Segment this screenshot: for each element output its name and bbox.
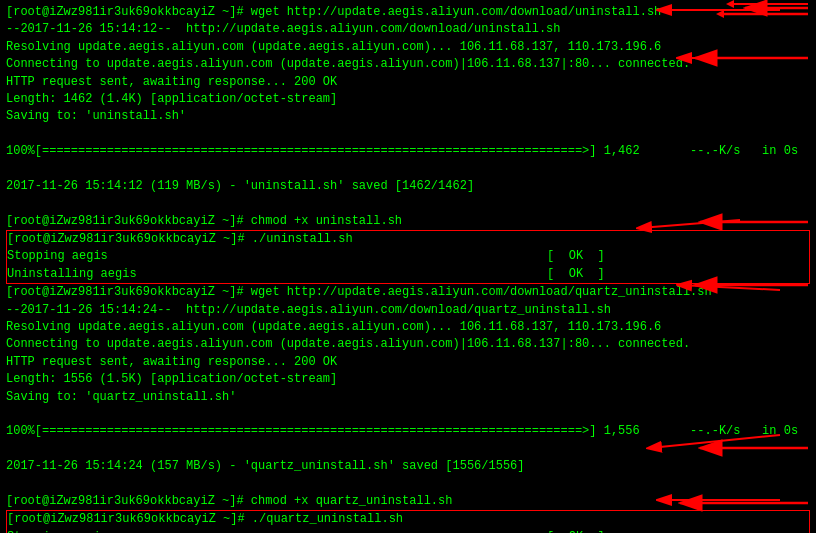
terminal-line: Connecting to update.aegis.aliyun.com (u… <box>6 56 810 73</box>
terminal-line: 2017-11-26 15:14:24 (157 MB/s) - 'quartz… <box>6 458 810 475</box>
uninstall-box: [root@iZwz981ir3uk69okkbcayiZ ~]# ./unin… <box>6 230 810 284</box>
terminal-window: [root@iZwz981ir3uk69okkbcayiZ ~]# wget h… <box>0 0 816 533</box>
terminal-line: [root@iZwz981ir3uk69okkbcayiZ ~]# wget h… <box>6 284 810 301</box>
terminal-line: [root@iZwz981ir3uk69okkbcayiZ ~]# ./unin… <box>7 231 809 248</box>
terminal-line: Length: 1556 (1.5K) [application/octet-s… <box>6 371 810 388</box>
terminal-line <box>6 161 810 178</box>
terminal-line <box>6 476 810 493</box>
progress-bar-2: 100%[===================================… <box>6 423 810 440</box>
terminal-line: Saving to: 'uninstall.sh' <box>6 108 810 125</box>
terminal-line: 2017-11-26 15:14:12 (119 MB/s) - 'uninst… <box>6 178 810 195</box>
terminal-line: [root@iZwz981ir3uk69okkbcayiZ ~]# ./quar… <box>7 511 809 528</box>
terminal-line: [root@iZwz981ir3uk69okkbcayiZ ~]# chmod … <box>6 213 810 230</box>
terminal-line: Resolving update.aegis.aliyun.com (updat… <box>6 319 810 336</box>
quartz-uninstall-box: [root@iZwz981ir3uk69okkbcayiZ ~]# ./quar… <box>6 510 810 533</box>
terminal-line: Length: 1462 (1.4K) [application/octet-s… <box>6 91 810 108</box>
terminal-line: Connecting to update.aegis.aliyun.com (u… <box>6 336 810 353</box>
terminal-line: Resolving update.aegis.aliyun.com (updat… <box>6 39 810 56</box>
terminal-line: Saving to: 'quartz_uninstall.sh' <box>6 389 810 406</box>
terminal-line: Stopping aegis [ OK ] <box>7 529 809 533</box>
terminal-line: [root@iZwz981ir3uk69okkbcayiZ ~]# chmod … <box>6 493 810 510</box>
terminal-line <box>6 126 810 143</box>
terminal-line: [root@iZwz981ir3uk69okkbcayiZ ~]# wget h… <box>6 4 810 21</box>
terminal-line: --2017-11-26 15:14:24-- http://update.ae… <box>6 302 810 319</box>
terminal-line: Uninstalling aegis [ OK ] <box>7 266 809 283</box>
terminal-line: Stopping aegis [ OK ] <box>7 248 809 265</box>
terminal-line <box>6 441 810 458</box>
terminal-line: --2017-11-26 15:14:12-- http://update.ae… <box>6 21 810 38</box>
terminal-line: HTTP request sent, awaiting response... … <box>6 74 810 91</box>
terminal-line: HTTP request sent, awaiting response... … <box>6 354 810 371</box>
terminal-line <box>6 406 810 423</box>
terminal-line <box>6 195 810 212</box>
progress-bar: 100%[===================================… <box>6 143 810 160</box>
